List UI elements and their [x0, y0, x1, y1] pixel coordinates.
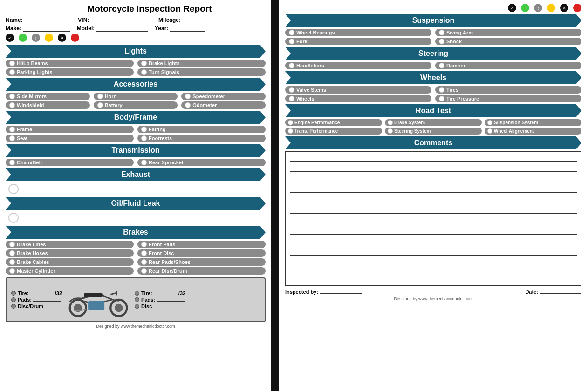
list-item[interactable]: Brake Hoses [6, 249, 134, 257]
list-item[interactable]: Wheels [285, 95, 431, 102]
check-circle[interactable] [9, 160, 15, 165]
list-item[interactable]: Rear Sprocket [137, 159, 266, 166]
list-item[interactable]: Side Mirrors [6, 93, 90, 100]
check-circle[interactable] [289, 39, 294, 44]
list-item[interactable]: Shock [435, 38, 581, 45]
list-item[interactable]: Front Disc [137, 249, 266, 257]
list-item[interactable]: Chain/Belt [6, 159, 134, 166]
check-circle[interactable] [185, 102, 191, 108]
bodyframe-header: Body/Frame [6, 111, 266, 124]
check-circle[interactable] [487, 120, 492, 125]
list-item[interactable]: Brake Lines [6, 241, 134, 248]
check-circle[interactable] [9, 102, 15, 108]
check-circle[interactable] [289, 87, 294, 93]
check-circle[interactable] [141, 250, 147, 256]
check-circle[interactable] [9, 242, 15, 247]
list-item[interactable]: Brake System [385, 119, 482, 126]
list-item[interactable]: Valve Stems [285, 86, 431, 94]
check-circle[interactable] [141, 135, 147, 141]
check-circle[interactable] [9, 61, 15, 66]
list-item[interactable]: Brake Lights [137, 60, 266, 67]
check-circle[interactable] [9, 268, 15, 274]
check-circle[interactable] [439, 30, 444, 35]
check-circle[interactable] [9, 69, 15, 75]
check-circle[interactable] [288, 128, 293, 134]
left-panel: Motorcycle Inspection Report Name: VIN: … [0, 0, 275, 391]
check-circle[interactable] [141, 242, 147, 247]
check-circle[interactable] [9, 135, 15, 141]
check-circle[interactable] [141, 259, 147, 265]
check-circle[interactable] [487, 128, 492, 134]
tire-right-tire: Tire: /32 [141, 290, 185, 296]
list-item[interactable]: Brake Cables [6, 258, 134, 266]
check-circle[interactable] [9, 259, 15, 265]
check-circle[interactable] [289, 30, 294, 35]
check-circle[interactable] [141, 127, 147, 132]
list-item[interactable]: Turn Signals [137, 68, 266, 76]
check-circle[interactable] [185, 94, 191, 99]
list-item[interactable]: Fairing [137, 126, 266, 133]
list-item[interactable]: Rear Disc/Drum [137, 267, 266, 275]
bodyframe-items: Frame Fairing Seat Footrests [6, 126, 266, 142]
check-circle[interactable] [141, 61, 147, 66]
list-item[interactable]: Tire Pressure [435, 95, 581, 102]
left-footer: Designed by www.themechanicdoctor.com [6, 324, 266, 329]
check-circle[interactable] [141, 69, 147, 75]
list-item[interactable]: Trans. Performance [285, 128, 382, 135]
check-circle[interactable] [141, 268, 147, 274]
check-circle[interactable] [97, 102, 103, 108]
check-circle[interactable] [97, 94, 103, 99]
check-circle[interactable] [9, 250, 15, 256]
make-value [23, 25, 70, 32]
check-circle[interactable] [439, 39, 444, 44]
list-item[interactable]: Front Pads [137, 241, 266, 248]
comment-line [290, 161, 577, 162]
check-circle[interactable] [388, 128, 393, 134]
comment-line [290, 171, 577, 172]
check-circle[interactable] [9, 94, 15, 99]
oilfluid-circle[interactable] [8, 213, 19, 223]
check-circle[interactable] [439, 87, 444, 93]
list-item[interactable]: Wheel Alignement [485, 128, 581, 135]
check-circle[interactable] [289, 96, 294, 101]
list-item[interactable]: Windshield [6, 101, 90, 109]
list-item[interactable]: Damper [435, 62, 581, 69]
check-circle[interactable] [141, 160, 147, 165]
list-item[interactable]: Suspension System [485, 119, 581, 126]
list-item[interactable]: Odometer [181, 101, 266, 109]
make-label: Make: [6, 25, 21, 32]
list-item[interactable]: Rear Pads/Shoes [137, 258, 266, 266]
list-item[interactable]: Hi/Lo Beams [6, 60, 134, 67]
check-circle[interactable] [9, 127, 15, 132]
list-item[interactable]: Speedometer [181, 93, 266, 100]
list-item[interactable]: Handlebars [285, 62, 431, 69]
list-item[interactable]: Tires [435, 86, 581, 94]
list-item[interactable]: Battery [94, 101, 178, 109]
list-item[interactable]: Parking Lights [6, 68, 134, 76]
list-item[interactable]: Steering System [385, 128, 482, 135]
check-circle[interactable] [388, 120, 393, 125]
check-circle[interactable] [288, 120, 293, 125]
right-legend-row: ✓ ↕ ✕ [285, 4, 581, 12]
list-item[interactable]: Seat [6, 135, 134, 142]
list-item[interactable]: Wheel Bearings [285, 29, 431, 36]
list-item[interactable]: Fork [285, 38, 431, 45]
legend-ok-icon [19, 34, 27, 42]
list-item[interactable]: Footrests [137, 135, 266, 142]
model-value [96, 25, 148, 32]
check-circle[interactable] [439, 63, 444, 68]
date-field[interactable] [540, 293, 581, 294]
list-item[interactable]: Swing Arm [435, 29, 581, 36]
check-circle[interactable] [439, 96, 444, 101]
svg-rect-9 [84, 293, 102, 297]
inspected-field[interactable] [320, 293, 362, 294]
list-item[interactable]: Engine Performance [285, 119, 382, 126]
tire-fields-left: Tire: /32 Pads: Disc/Drum [11, 290, 62, 309]
exhaust-circle[interactable] [8, 184, 19, 194]
comment-line [290, 192, 577, 193]
list-item[interactable]: Frame [6, 126, 134, 133]
legend-ok-icon [521, 4, 529, 12]
list-item[interactable]: Master Cylinder [6, 267, 134, 275]
list-item[interactable]: Horn [94, 93, 178, 100]
check-circle[interactable] [289, 63, 294, 68]
